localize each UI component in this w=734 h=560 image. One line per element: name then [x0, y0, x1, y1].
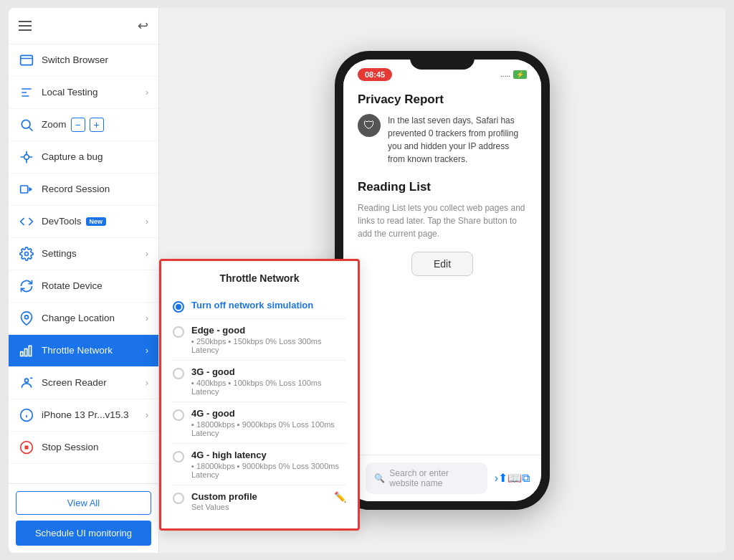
throttle-option-edge[interactable]: Edge - good ▪ 250kbps ▪ 150kbps 0% Loss … — [173, 319, 346, 361]
hamburger-icon[interactable] — [19, 21, 32, 31]
sidebar-item-settings[interactable]: Settings › — [9, 238, 158, 270]
shield-icon: 🛡 — [358, 114, 381, 137]
option-content-4g-good: 4G - good ▪ 18000kbps ▪ 9000kbps 0% Loss… — [191, 408, 346, 437]
devtools-icon — [19, 214, 34, 229]
sidebar-footer: View All Schedule UI monitoring — [9, 483, 158, 553]
svg-line-6 — [29, 127, 33, 130]
throttle-option-4g-latency[interactable]: 4G - high latency ▪ 18000kbps ▪ 9000kbps… — [173, 444, 346, 485]
tabs-icon[interactable]: ⧉ — [522, 472, 530, 485]
settings-label: Settings — [42, 248, 146, 259]
set-values-label: Set Values — [191, 503, 346, 511]
svg-rect-0 — [21, 55, 33, 65]
option-content-edge: Edge - good ▪ 250kbps ▪ 150kbps 0% Loss … — [191, 325, 346, 354]
option-name-4g-good: 4G - good — [191, 408, 346, 419]
record-icon — [19, 181, 34, 197]
edit-button[interactable]: Edit — [411, 252, 473, 276]
option-details-edge: ▪ 250kbps ▪ 150kbps 0% Loss 300ms Latenc… — [191, 337, 346, 354]
svg-point-5 — [22, 120, 30, 128]
local-testing-chevron: › — [146, 87, 148, 98]
radio-custom — [173, 493, 184, 504]
devtools-label: DevTools New — [42, 216, 146, 227]
svg-point-7 — [24, 154, 29, 159]
reading-list-title: Reading List — [358, 180, 527, 194]
sidebar-item-capture-bug[interactable]: Capture a bug — [9, 141, 158, 174]
bug-icon — [19, 149, 34, 165]
screen-reader-icon — [19, 375, 34, 391]
new-badge: New — [86, 217, 107, 226]
rotate-icon — [19, 278, 34, 294]
zoom-plus-button[interactable]: + — [90, 118, 104, 132]
privacy-text: In the last seven days, Safari has preve… — [388, 114, 527, 166]
browser-icon — [19, 52, 34, 68]
share-icon[interactable]: ⬆ — [498, 471, 507, 485]
info-icon — [19, 407, 34, 423]
option-content-off: Turn off network simulation — [191, 300, 346, 310]
zoom-minus-button[interactable]: − — [71, 118, 85, 132]
change-location-chevron: › — [146, 313, 148, 323]
sidebar-item-zoom[interactable]: Zoom − + — [9, 109, 158, 141]
battery-icon: ⚡ — [513, 70, 527, 79]
browser-search-bar[interactable]: 🔍 Search or enter website name — [366, 462, 487, 494]
svg-point-15 — [25, 315, 29, 318]
radio-edge — [173, 326, 184, 338]
stop-session-label: Stop Session — [42, 442, 148, 452]
svg-point-14 — [25, 252, 29, 255]
throttle-option-3g[interactable]: 3G - good ▪ 400kbps ▪ 100kbps 0% Loss 10… — [173, 361, 346, 402]
settings-icon — [19, 246, 34, 262]
schedule-button[interactable]: Schedule UI monitoring — [16, 521, 151, 546]
sidebar-item-screen-reader[interactable]: Screen Reader › — [9, 367, 158, 399]
privacy-title: Privacy Report — [358, 92, 527, 107]
edit-pencil-icon[interactable]: ✏️ — [334, 491, 346, 503]
stop-icon — [19, 440, 34, 455]
devtools-chevron: › — [146, 217, 148, 227]
back-icon[interactable]: ↩ — [138, 18, 148, 34]
throttle-icon — [19, 343, 34, 359]
settings-chevron: › — [146, 249, 148, 259]
iphone-info-chevron: › — [146, 410, 148, 420]
option-name-edge: Edge - good — [191, 325, 346, 336]
phone-screen: 08:45 ..... ⚡ Privacy Report 🛡 In the la… — [343, 60, 541, 501]
zoom-icon — [19, 117, 34, 133]
throttle-option-off[interactable]: Turn off network simulation — [173, 294, 346, 319]
svg-point-19 — [25, 379, 29, 382]
throttle-option-4g-good[interactable]: 4G - good ▪ 18000kbps ▪ 9000kbps 0% Loss… — [173, 402, 346, 444]
throttle-network-chevron: › — [146, 346, 148, 356]
main-container: ↩ Switch Browser Loc — [9, 8, 725, 553]
sidebar-item-stop-session[interactable]: Stop Session — [9, 432, 158, 464]
search-icon: 🔍 — [374, 473, 385, 483]
sidebar-item-throttle-network[interactable]: Throttle Network › — [9, 335, 158, 367]
iphone-info-label: iPhone 13 Pr...v15.3 — [42, 409, 146, 420]
throttle-network-label: Throttle Network — [42, 345, 146, 356]
capture-bug-label: Capture a bug — [42, 151, 148, 162]
privacy-card: 🛡 In the last seven days, Safari has pre… — [358, 114, 527, 166]
phone-frame: 08:45 ..... ⚡ Privacy Report 🛡 In the la… — [335, 51, 550, 510]
radio-off — [173, 301, 184, 313]
sidebar-item-iphone-info[interactable]: iPhone 13 Pr...v15.3 › — [9, 399, 158, 432]
sidebar-item-record-session[interactable]: Record Session — [9, 174, 158, 206]
sidebar-item-switch-browser[interactable]: Switch Browser — [9, 44, 158, 77]
radio-4g-latency — [173, 451, 184, 462]
radio-inner-off — [176, 304, 181, 310]
local-testing-label: Local Testing — [42, 87, 146, 98]
radio-4g-good — [173, 409, 184, 421]
phone-bottom-bar: ‹ 🔍 Search or enter website name › ⬆ 📖 ⧉ — [343, 455, 541, 501]
option-name-off: Turn off network simulation — [191, 300, 346, 310]
option-content-4g-latency: 4G - high latency ▪ 18000kbps ▪ 9000kbps… — [191, 450, 346, 479]
location-icon — [19, 310, 34, 326]
sidebar-item-change-location[interactable]: Change Location › — [9, 303, 158, 335]
record-session-label: Record Session — [42, 184, 148, 194]
screen-reader-chevron: › — [146, 378, 148, 388]
view-all-button[interactable]: View All — [16, 491, 151, 515]
sidebar-item-local-testing[interactable]: Local Testing › — [9, 77, 158, 109]
throttle-option-custom[interactable]: Custom profile ✏️ Set Values — [173, 485, 346, 517]
sidebar-item-rotate-device[interactable]: Rotate Device — [9, 270, 158, 303]
svg-rect-16 — [21, 351, 23, 356]
option-details-3g: ▪ 400kbps ▪ 100kbps 0% Loss 100ms Latenc… — [191, 379, 346, 396]
bookmarks-icon[interactable]: 📖 — [507, 471, 522, 485]
sidebar-item-devtools[interactable]: DevTools New › — [9, 206, 158, 238]
option-details-4g-latency: ▪ 18000kbps ▪ 9000kbps 0% Loss 3000ms La… — [191, 462, 346, 479]
switch-browser-label: Switch Browser — [42, 54, 148, 65]
sidebar-items: Switch Browser Local Testing › — [9, 44, 158, 483]
svg-rect-25 — [25, 445, 29, 449]
signal-dots: ..... — [500, 70, 510, 78]
